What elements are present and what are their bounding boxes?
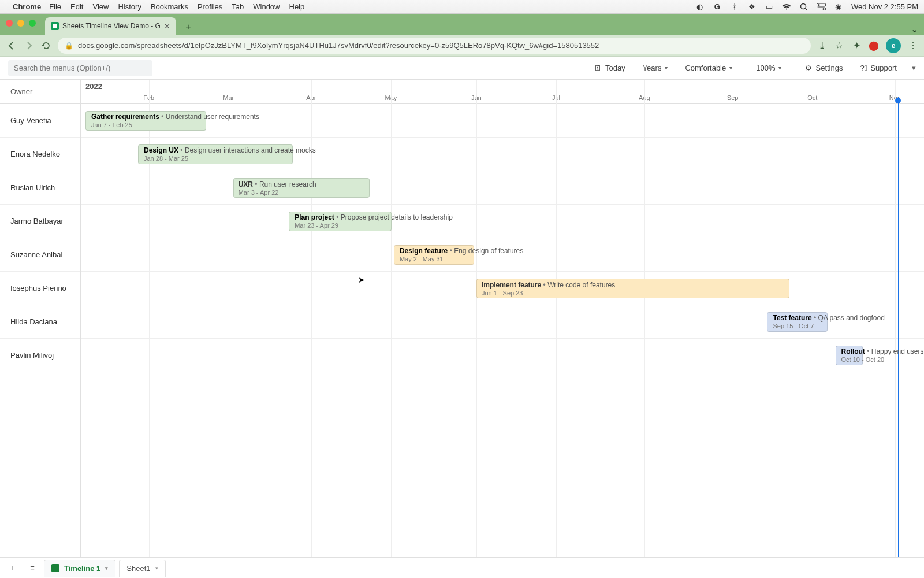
mac-clock[interactable]: Wed Nov 2 2:55 PM <box>851 2 918 11</box>
sheet-tab-sheet1[interactable]: Sheet1 ▾ <box>119 560 165 577</box>
scale-label: Years <box>643 64 662 72</box>
timeline-bar-label: Design feature • Eng design of featuresM… <box>397 245 523 265</box>
density-label: Comfortable <box>685 64 726 72</box>
sheet-tab-timeline[interactable]: Timeline 1 ▾ <box>44 560 116 577</box>
chevron-down-icon[interactable]: ▾ <box>155 565 158 571</box>
chevron-down-icon[interactable]: ▾ <box>912 64 916 72</box>
extensions-icon[interactable]: ✦ <box>851 40 862 51</box>
today-line <box>898 97 899 557</box>
timeline-grid[interactable]: 2022 FebMarAprMayJunJulAugSepOctNovDec G… <box>81 80 924 557</box>
chevron-down-icon: ▾ <box>778 65 781 71</box>
svg-rect-2 <box>817 3 826 6</box>
owner-row: Hilda Daciana <box>0 305 80 339</box>
address-bar[interactable]: 🔒 docs.google.com/spreadsheets/d/1eIpOzJ… <box>58 38 811 54</box>
zoom-dropdown[interactable]: 100% ▾ <box>750 60 787 76</box>
zoom-label: 100% <box>756 64 775 72</box>
window-close-button[interactable] <box>6 20 13 27</box>
siri-icon[interactable]: ◉ <box>834 2 843 12</box>
back-button[interactable] <box>6 40 17 51</box>
mac-menu-history[interactable]: History <box>118 2 141 11</box>
svg-line-1 <box>805 8 807 10</box>
timeline-bar-label: Design UX • Design user interactions and… <box>141 144 316 164</box>
owner-row: Enora Nedelko <box>0 138 80 171</box>
support-label: Support <box>870 64 897 72</box>
sheet-tab-label: Sheet1 <box>126 564 150 573</box>
chevron-down-icon: ▾ <box>665 65 668 71</box>
mac-app-name[interactable]: Chrome <box>13 2 41 11</box>
timeline-view: Owner Guy VenetiaEnora NedelkoRuslan Ulr… <box>0 80 924 557</box>
reload-button[interactable] <box>40 40 52 51</box>
owner-header: Owner <box>0 80 80 104</box>
control-center-icon[interactable] <box>817 2 826 12</box>
mac-menu-help[interactable]: Help <box>289 2 305 11</box>
browser-tab[interactable]: Sheets Timeline View Demo - G ✕ <box>45 17 176 35</box>
close-icon[interactable]: ✕ <box>164 22 170 31</box>
mac-menu-tab[interactable]: Tab <box>232 2 244 11</box>
timeline-bar-label: Gather requirements • Understand user re… <box>89 111 259 131</box>
timeline-bar[interactable]: Implement feature • Write code of featur… <box>476 279 789 298</box>
url-text: docs.google.com/spreadsheets/d/1eIpOzJzB… <box>78 41 599 50</box>
install-icon[interactable]: ⤓ <box>817 40 827 51</box>
tab-title: Sheets Timeline View Demo - G <box>62 22 161 30</box>
forward-button[interactable] <box>23 40 35 51</box>
profile-avatar[interactable]: e <box>886 38 901 53</box>
owner-row: Jarmo Batbayar <box>0 205 80 238</box>
chrome-toolbar: 🔒 docs.google.com/spreadsheets/d/1eIpOzJ… <box>0 35 924 57</box>
spotlight-icon[interactable] <box>799 2 808 12</box>
owner-row: Suzanne Anibal <box>0 238 80 272</box>
dropbox-icon[interactable]: ❖ <box>747 2 757 12</box>
menu-search-input[interactable]: Search the menus (Option+/) <box>8 60 152 76</box>
new-tab-button[interactable]: + <box>181 20 196 35</box>
display-icon[interactable]: ▭ <box>765 2 774 12</box>
grid-row <box>81 339 924 372</box>
mac-menu-edit[interactable]: Edit <box>70 2 83 11</box>
svg-rect-3 <box>817 8 826 10</box>
wifi-icon[interactable] <box>782 2 791 12</box>
chevron-down-icon[interactable]: ▾ <box>105 565 108 571</box>
tray-icon[interactable]: ◐ <box>695 2 705 12</box>
tabs-overflow-button[interactable]: ⌄ <box>911 24 918 35</box>
google-icon[interactable]: G <box>713 2 722 12</box>
timeline-bar-label: Plan project • Propose project details t… <box>292 212 453 231</box>
add-sheet-button[interactable]: + <box>5 560 21 576</box>
timeline-bar-label: Test feature • QA pass and dogfoodSep 15… <box>770 312 884 332</box>
help-icon: ?⃝ <box>860 64 867 72</box>
timeline-bar-label: Rollout • Happy end usersOct 10 - Oct 20 <box>839 346 924 365</box>
mac-menu-view[interactable]: View <box>92 2 109 11</box>
gear-icon: ⚙ <box>805 64 812 72</box>
today-button[interactable]: 🗓 Today <box>588 60 631 76</box>
lock-icon[interactable]: 🔒 <box>65 42 73 50</box>
timeline-bar[interactable]: UXR • Run user researchMar 3 - Apr 22 <box>233 178 370 198</box>
sheets-favicon-icon <box>51 22 59 30</box>
window-zoom-button[interactable] <box>29 20 36 27</box>
star-icon[interactable]: ☆ <box>834 40 844 51</box>
settings-button[interactable]: ⚙ Settings <box>799 60 848 76</box>
mac-menu-window[interactable]: Window <box>253 2 280 11</box>
timeline-toolbar: Search the menus (Option+/) 🗓 Today Year… <box>0 57 924 80</box>
bluetooth-icon[interactable]: ᚼ <box>730 2 739 12</box>
window-controls <box>6 20 36 27</box>
today-label: Today <box>605 64 625 72</box>
sheet-tab-label: Timeline 1 <box>64 564 100 573</box>
divider <box>793 62 793 74</box>
chrome-menu-icon[interactable]: ⋮ <box>908 40 918 51</box>
mac-menu-profiles[interactable]: Profiles <box>198 2 222 11</box>
owner-row: Iosephus Pierino <box>0 272 80 305</box>
chevron-down-icon: ▾ <box>729 65 732 71</box>
timeline-header: 2022 FebMarAprMayJunJulAugSepOctNovDec <box>81 80 924 104</box>
divider <box>744 62 744 74</box>
all-sheets-button[interactable]: ≡ <box>24 560 40 576</box>
mac-menubar: Chrome File Edit View History Bookmarks … <box>0 0 924 14</box>
calendar-icon: 🗓 <box>594 64 602 72</box>
scale-dropdown[interactable]: Years ▾ <box>637 60 674 76</box>
support-button[interactable]: ?⃝ Support <box>854 60 903 76</box>
settings-label: Settings <box>815 64 843 72</box>
mac-menu-bookmarks[interactable]: Bookmarks <box>151 2 188 11</box>
mac-menu-file[interactable]: File <box>49 2 61 11</box>
window-minimize-button[interactable] <box>17 20 24 27</box>
owner-row: Pavlin Milivoj <box>0 339 80 372</box>
density-dropdown[interactable]: Comfortable ▾ <box>679 60 738 76</box>
search-placeholder: Search the menus (Option+/) <box>14 64 110 72</box>
updates-icon[interactable]: ⬤ <box>869 40 879 51</box>
svg-point-5 <box>822 8 824 10</box>
